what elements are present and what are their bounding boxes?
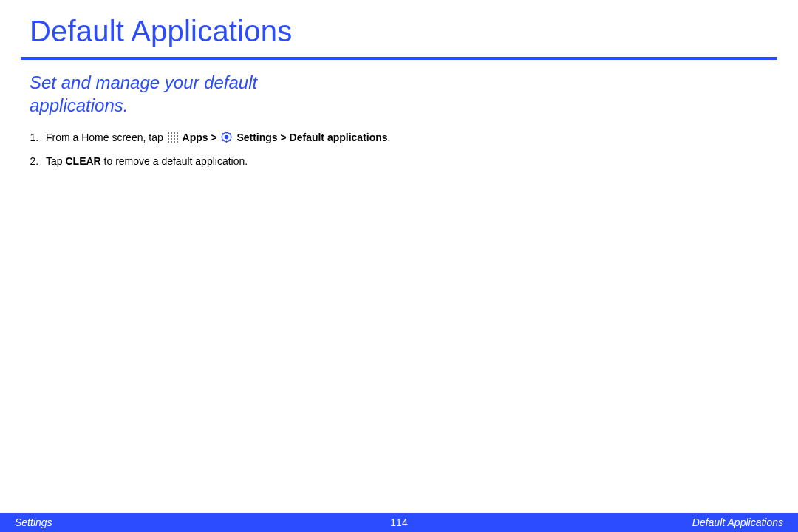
page-footer: Settings 114 Default Applications — [0, 513, 798, 532]
apps-grid-icon — [168, 132, 178, 143]
svg-rect-6 — [174, 135, 175, 137]
footer-left: Settings — [15, 516, 207, 528]
svg-rect-8 — [168, 138, 169, 140]
svg-rect-0 — [168, 132, 169, 134]
svg-rect-13 — [171, 141, 172, 143]
step-1-gt1: > — [208, 132, 220, 143]
svg-rect-9 — [171, 138, 172, 140]
footer-page-number: 114 — [207, 516, 591, 528]
svg-rect-5 — [171, 135, 172, 137]
step-1-settings-label: Settings — [236, 132, 277, 143]
step-2-text-b: to remove a default application. — [101, 155, 248, 167]
svg-rect-10 — [174, 138, 175, 140]
step-1-default-label: Default applications — [290, 132, 388, 143]
step-2-text-a: Tap — [46, 155, 65, 167]
instructions: From a Home screen, tap Apps > — [0, 117, 399, 169]
page-title: Default Applications — [0, 0, 798, 54]
svg-rect-7 — [177, 135, 178, 137]
svg-rect-2 — [174, 132, 175, 134]
page-subtitle: Set and manage your default applications… — [0, 67, 310, 117]
footer-right: Default Applications — [591, 516, 783, 528]
svg-rect-4 — [168, 135, 169, 137]
settings-gear-icon — [221, 132, 232, 143]
svg-point-17 — [225, 135, 229, 140]
step-1-text-a: From a Home screen, tap — [46, 132, 166, 143]
step-1-gt2: > — [278, 132, 290, 143]
svg-rect-14 — [174, 141, 175, 143]
step-1: From a Home screen, tap Apps > — [41, 130, 399, 146]
step-2: Tap CLEAR to remove a default applicatio… — [41, 154, 399, 170]
title-rule — [21, 57, 777, 60]
svg-rect-11 — [177, 138, 178, 140]
svg-rect-15 — [177, 141, 178, 143]
svg-rect-12 — [168, 141, 169, 143]
step-1-apps-label: Apps — [183, 132, 208, 143]
svg-rect-3 — [177, 132, 178, 134]
step-1-period: . — [388, 132, 391, 143]
svg-rect-1 — [171, 132, 172, 134]
step-2-clear-label: CLEAR — [65, 155, 100, 167]
